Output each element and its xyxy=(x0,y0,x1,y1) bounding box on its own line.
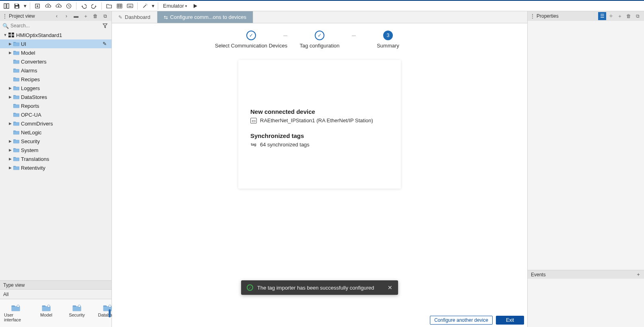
save-dropdown-icon[interactable]: ▾ xyxy=(23,2,27,10)
svg-rect-14 xyxy=(12,33,14,35)
toast-message: The tag importer has been successfully c… xyxy=(257,285,374,291)
tree-item-model[interactable]: ▶Model xyxy=(0,48,111,57)
caret-icon[interactable]: ▶ xyxy=(7,148,13,152)
comm-icon: ⇆ xyxy=(164,14,168,20)
wand-icon[interactable] xyxy=(140,2,150,10)
tree-item-system[interactable]: ▶System xyxy=(0,146,111,154)
import-icon[interactable] xyxy=(33,2,42,10)
device-title: New connected device xyxy=(250,108,389,115)
folder-icon xyxy=(13,50,19,56)
project-tree: ▼ HMIOptixStandard1 ▶UI✎▶Model▶Converter… xyxy=(0,31,111,280)
folder-icon xyxy=(13,103,19,109)
props-add-icon[interactable]: ＋ xyxy=(616,12,624,20)
properties-header: ⋮Properties ☰ ✧ ＋ 🗑 ⧉ xyxy=(528,11,644,21)
save-icon[interactable] xyxy=(12,2,22,10)
success-icon: ✓ xyxy=(247,284,253,291)
drag-handle-icon[interactable]: ⋮ xyxy=(2,13,7,19)
tree-item-alarms[interactable]: ▶Alarms xyxy=(0,66,111,75)
editor-area: ✎ Dashboard ⇆ Configure comm...ons to de… xyxy=(112,11,527,327)
editor-tabs: ✎ Dashboard ⇆ Configure comm...ons to de… xyxy=(112,11,527,23)
exit-button[interactable]: Exit xyxy=(496,316,524,325)
caret-icon[interactable]: ▶ xyxy=(7,139,13,143)
properties-panel: ⋮Properties ☰ ✧ ＋ 🗑 ⧉ Events ＋ xyxy=(527,11,644,327)
summary-card: New connected device ▭ RAEtherNet_IPStat… xyxy=(238,60,401,189)
popout-icon[interactable]: ⧉ xyxy=(101,12,109,20)
type-view-tab[interactable]: All xyxy=(0,289,111,299)
props-delete-icon[interactable]: 🗑 xyxy=(625,12,633,20)
toast: ✓ The tag importer has been successfully… xyxy=(241,280,398,295)
svg-rect-2 xyxy=(15,4,18,5)
cloud-down-icon[interactable] xyxy=(54,2,63,10)
tree-item-retentivity[interactable]: ▶Retentivity xyxy=(0,163,111,172)
edit-icon[interactable]: ✎ xyxy=(103,41,109,47)
check-icon: ✓ xyxy=(315,31,324,40)
folder-icon xyxy=(11,304,20,311)
caret-icon[interactable]: ▶ xyxy=(7,157,13,161)
search-input[interactable] xyxy=(10,23,99,29)
svg-point-37 xyxy=(78,305,80,307)
props-wand-icon[interactable]: ✧ xyxy=(607,12,615,20)
tree-item-recipes[interactable]: ▶Recipes xyxy=(0,75,111,84)
tree-item-ui[interactable]: ▶UI✎ xyxy=(0,39,111,48)
undo-icon[interactable] xyxy=(79,2,89,10)
tree-item-netlogic[interactable]: ▶NetLogic xyxy=(0,128,111,137)
wand-dropdown-icon[interactable]: ▾ xyxy=(151,2,155,10)
folder-icon xyxy=(13,59,19,64)
tab-dashboard[interactable]: ✎ Dashboard xyxy=(112,11,157,23)
project-panel-header: ⋮ Project view ‹ › ▬ ＋ 🗑 ⧉ xyxy=(0,11,111,21)
delete-icon[interactable]: 🗑 xyxy=(91,12,99,20)
svg-rect-27 xyxy=(13,131,19,134)
cloud-up-icon[interactable] xyxy=(43,2,53,10)
collapse-icon[interactable]: ▬ xyxy=(72,12,80,20)
drag-handle-icon[interactable]: ⋮ xyxy=(530,13,535,19)
svg-rect-7 xyxy=(127,4,133,8)
redo-icon[interactable] xyxy=(89,2,99,10)
nav-back-icon[interactable]: ‹ xyxy=(53,12,61,20)
add-icon[interactable]: ＋ xyxy=(82,12,90,20)
caret-icon[interactable]: ▶ xyxy=(7,51,13,55)
scroll-thumb[interactable] xyxy=(109,309,111,317)
folder-icon xyxy=(13,68,19,73)
caret-icon[interactable]: ▶ xyxy=(7,86,13,90)
history-icon[interactable] xyxy=(64,2,74,10)
folder-icon[interactable] xyxy=(104,2,114,10)
tree-item-datastores[interactable]: ▶DataStores xyxy=(0,93,111,101)
tree-item-security[interactable]: ▶Security xyxy=(0,137,111,146)
tree-item-loggers[interactable]: ▶Loggers xyxy=(0,84,111,93)
svg-rect-9 xyxy=(129,5,130,5)
type-item-user-interface[interactable]: User interface xyxy=(4,304,27,322)
folder-icon xyxy=(13,121,19,126)
events-add-icon[interactable]: ＋ xyxy=(636,271,641,278)
tree-item-commdrivers[interactable]: ▶CommDrivers xyxy=(0,119,111,128)
svg-rect-21 xyxy=(13,78,19,81)
close-icon[interactable]: ✕ xyxy=(388,284,392,291)
caret-icon[interactable]: ▶ xyxy=(7,166,13,170)
step-1: ✓ Select Communication Devices xyxy=(219,31,283,49)
tree-item-translations[interactable]: ▶Translations xyxy=(0,154,111,163)
layout-icon[interactable] xyxy=(2,2,11,10)
tree-item-opc-ua[interactable]: ▶OPC-UA xyxy=(0,110,111,119)
svg-rect-18 xyxy=(13,51,19,55)
svg-rect-10 xyxy=(130,5,130,5)
play-icon[interactable] xyxy=(190,2,200,10)
type-item-model[interactable]: Model xyxy=(35,304,58,322)
props-view-icon[interactable]: ☰ xyxy=(598,12,606,20)
svg-rect-30 xyxy=(13,158,19,161)
caret-icon[interactable]: ▶ xyxy=(7,121,13,125)
svg-rect-19 xyxy=(13,60,19,64)
svg-rect-3 xyxy=(16,6,19,8)
props-popout-icon[interactable]: ⧉ xyxy=(634,12,642,20)
emulator-dropdown[interactable]: Emulator ▾ xyxy=(161,2,190,10)
tab-configure-comm[interactable]: ⇆ Configure comm...ons to devices xyxy=(157,11,253,23)
caret-icon[interactable]: ▶ xyxy=(7,95,13,99)
tree-item-reports[interactable]: ▶Reports xyxy=(0,101,111,110)
caret-icon[interactable]: ▶ xyxy=(7,42,13,46)
keyboard-icon[interactable] xyxy=(125,2,135,10)
table-icon[interactable] xyxy=(115,2,124,10)
configure-another-button[interactable]: Configure another device xyxy=(430,316,493,325)
nav-forward-icon[interactable]: › xyxy=(62,12,70,20)
tree-root[interactable]: ▼ HMIOptixStandard1 xyxy=(0,31,111,39)
filter-icon[interactable] xyxy=(101,22,109,30)
type-item-security[interactable]: Security xyxy=(65,304,89,322)
tree-item-converters[interactable]: ▶Converters xyxy=(0,57,111,66)
